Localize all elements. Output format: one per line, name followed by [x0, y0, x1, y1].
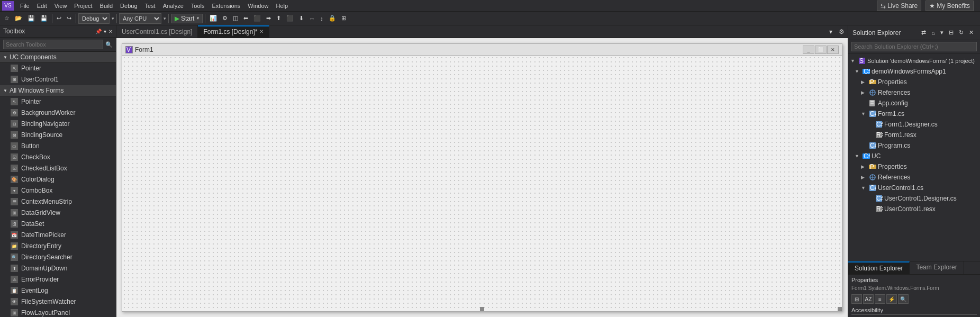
solution-search-input[interactable]: [851, 42, 977, 51]
toolbox-item-datagridview[interactable]: ⊞ DataGridView: [0, 207, 116, 219]
designer-bg[interactable]: V Form1 _ ⬜ ✕: [116, 38, 848, 317]
toolbox-item-directoryentry[interactable]: 📁 DirectoryEntry: [0, 241, 116, 252]
toolbox-item-filesystemwatcher[interactable]: 👁 FileSystemWatcher: [0, 296, 116, 307]
menu-extensions[interactable]: Extensions: [209, 2, 244, 10]
menu-debug[interactable]: Debug: [117, 2, 140, 10]
save-button[interactable]: 💾: [25, 14, 37, 23]
tree-appconfig[interactable]: ▶ App.config: [848, 98, 980, 108]
new-project-button[interactable]: ☆: [2, 14, 12, 23]
tab-usercontrol1-design[interactable]: UserControl1.cs [Design]: [116, 25, 198, 38]
align-center-button[interactable]: ⬛: [251, 14, 263, 23]
form-close-button[interactable]: ✕: [827, 46, 839, 54]
toolbox-group-uc[interactable]: ▼ UC Components: [0, 52, 116, 63]
live-share-button[interactable]: ⇆ Live Share: [877, 1, 921, 11]
tab-settings-button[interactable]: ⚙: [836, 27, 848, 37]
debug-config-select[interactable]: Debug: [78, 13, 110, 24]
toolbox-group-winforms[interactable]: ▼ All Windows Forms: [0, 85, 116, 96]
tree-usercontrol1-designer[interactable]: ▶ C# UserControl1.Designer.cs: [848, 193, 980, 204]
tab-solution-explorer[interactable]: Solution Explorer: [848, 261, 910, 274]
toolbox-item-directorysearcher[interactable]: 🔍 DirectorySearcher: [0, 252, 116, 263]
prop-events-button[interactable]: ⚡: [886, 294, 897, 304]
toolbox-item-errorprovider[interactable]: ⚠ ErrorProvider: [0, 274, 116, 285]
toolbox-item-pointer[interactable]: ↖ Pointer: [0, 96, 116, 107]
menu-project[interactable]: Project: [71, 2, 95, 10]
cpu-select[interactable]: Any CPU: [119, 13, 161, 24]
menu-edit[interactable]: Edit: [34, 2, 50, 10]
tree-project-demo[interactable]: ▼ C# demoWindowsFormsApp1: [848, 66, 980, 77]
vs-logo[interactable]: VS: [2, 1, 14, 11]
save-all-button[interactable]: 💾: [38, 14, 50, 23]
toolbox-item-datetimepicker[interactable]: 📅 DateTimePicker: [0, 230, 116, 241]
tree-form1cs[interactable]: ▼ C# Form1.cs: [848, 108, 980, 119]
toolbox-item-checkbox[interactable]: ☑ CheckBox: [0, 152, 116, 163]
menu-window[interactable]: Window: [244, 2, 271, 10]
tree-properties-2[interactable]: ▶ P Properties: [848, 161, 980, 172]
diagnostics-button[interactable]: 📊: [207, 14, 219, 23]
form-body[interactable]: [122, 56, 842, 311]
toolbox-item-dataset[interactable]: 🗄 DataSet: [0, 219, 116, 230]
align-middle-button[interactable]: ⬛: [284, 14, 296, 23]
tree-usercontrol1-resx[interactable]: ▶ RX UserControl1.resx: [848, 204, 980, 214]
tree-usercontrol1cs[interactable]: ▼ C# UserControl1.cs: [848, 183, 980, 193]
tree-form1-designer[interactable]: ▶ C# Form1.Designer.cs: [848, 119, 980, 130]
menu-test[interactable]: Test: [142, 2, 159, 10]
redo-button[interactable]: ↪: [65, 14, 74, 23]
toolbox-pin-icon[interactable]: 📌: [95, 29, 102, 34]
solution-refresh-button[interactable]: ↻: [957, 28, 966, 37]
tab-team-explorer[interactable]: Team Explorer: [910, 261, 964, 274]
tree-project-uc[interactable]: ▼ C# UC: [848, 151, 980, 161]
toolbox-item-bindingsource[interactable]: ⊠ BindingSource: [0, 130, 116, 141]
tree-references-1[interactable]: ▶ References: [848, 87, 980, 98]
tab-form1-design[interactable]: Form1.cs [Design]* ✕: [198, 25, 269, 38]
size-width-button[interactable]: ↔: [307, 14, 317, 23]
toolbox-item-button[interactable]: ▭ Button: [0, 141, 116, 152]
menu-file[interactable]: File: [17, 2, 33, 10]
format-button[interactable]: ◫: [231, 14, 240, 23]
search-toolbox-input[interactable]: [3, 40, 103, 49]
tree-form1-resx[interactable]: ▶ RX Form1.resx: [848, 130, 980, 140]
toolbox-item-combobox[interactable]: ▾ ComboBox: [0, 185, 116, 196]
toolbox-item-eventlog[interactable]: 📋 EventLog: [0, 285, 116, 296]
my-benefits-button[interactable]: ★ My Benefits: [925, 1, 974, 11]
tab-form1-close[interactable]: ✕: [259, 29, 264, 34]
toolbox-item-checkedlistbox[interactable]: ☑ CheckedListBox: [0, 163, 116, 174]
tree-properties-1[interactable]: ▶ P Properties: [848, 77, 980, 87]
menu-tools[interactable]: Tools: [188, 2, 208, 10]
solution-collapse-button[interactable]: ⊟: [947, 28, 956, 37]
prop-search-button[interactable]: 🔍: [898, 294, 909, 304]
tree-programcs[interactable]: ▶ C# Program.cs: [848, 140, 980, 151]
open-button[interactable]: 📂: [13, 14, 24, 23]
resize-handle-se[interactable]: [838, 307, 842, 311]
toolbox-menu-icon[interactable]: ▾: [104, 29, 106, 34]
toolbox-item-colordialog[interactable]: 🎨 ColorDialog: [0, 174, 116, 185]
menu-analyze[interactable]: Analyze: [160, 2, 187, 10]
attach-button[interactable]: ⚙: [220, 14, 230, 23]
solution-sync-button[interactable]: ⇄: [919, 28, 928, 37]
toolbox-item-contextmenustrip[interactable]: ☰ ContextMenuStrip: [0, 196, 116, 207]
solution-close-button[interactable]: ✕: [967, 28, 976, 37]
run-button[interactable]: ▶ Start ▾: [171, 14, 203, 23]
align-top-button[interactable]: ⬆: [274, 14, 283, 23]
tree-references-2[interactable]: ▶ References: [848, 172, 980, 183]
tab-order-button[interactable]: ⊞: [339, 14, 348, 23]
align-left-button[interactable]: ⬅: [241, 14, 250, 23]
prop-categories-button[interactable]: ⊟: [851, 294, 862, 304]
solution-filter-button[interactable]: ▾: [938, 28, 946, 37]
toolbox-item-backgroundworker[interactable]: ⚙ BackgroundWorker: [0, 107, 116, 119]
toolbox-item-pointer-uc[interactable]: ↖ Pointer: [0, 63, 116, 74]
toolbox-close-icon[interactable]: ✕: [108, 29, 113, 34]
menu-view[interactable]: View: [51, 2, 70, 10]
toolbox-item-bindingnavigator[interactable]: ⊟ BindingNavigator: [0, 119, 116, 130]
prop-alpha-button[interactable]: AZ: [863, 294, 874, 304]
tree-solution-root[interactable]: ▼ S Solution 'demoWindowsForms' (1 proje…: [848, 56, 980, 66]
lock-button[interactable]: 🔒: [326, 14, 338, 23]
toolbox-item-domainupdown[interactable]: ⬆ DomainUpDown: [0, 263, 116, 274]
align-bottom-button[interactable]: ⬇: [297, 14, 306, 23]
form-minimize-button[interactable]: _: [803, 46, 814, 54]
form-restore-button[interactable]: ⬜: [815, 46, 827, 54]
menu-help[interactable]: Help: [273, 2, 291, 10]
resize-handle-bottom[interactable]: [480, 307, 484, 311]
toolbox-item-usercontrol1[interactable]: ⊞ UserControl1: [0, 74, 116, 85]
toolbox-item-flowlayoutpanel[interactable]: ⊞ FlowLayoutPanel: [0, 307, 116, 317]
solution-home-button[interactable]: ⌂: [929, 28, 937, 37]
